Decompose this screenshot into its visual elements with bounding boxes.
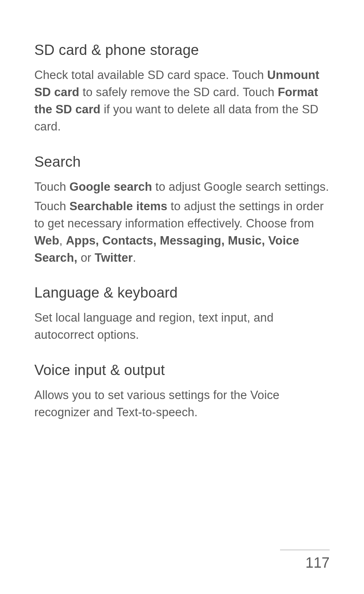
body-paragraph: Allows you to set various settings for t… xyxy=(34,387,330,421)
text-run: or xyxy=(77,251,95,264)
bold-run: Twitter xyxy=(95,251,133,264)
section: Language & keyboardSet local language an… xyxy=(34,285,330,344)
page-number: 117 xyxy=(280,555,330,571)
section: SearchTouch Google search to adjust Goog… xyxy=(34,154,330,267)
bold-run: Web xyxy=(34,234,59,247)
text-run: to adjust Google search settings. xyxy=(152,180,329,193)
page-number-block: 117 xyxy=(280,550,330,571)
body-paragraph: Check total available SD card space. Tou… xyxy=(34,67,330,135)
section: Voice input & outputAllows you to set va… xyxy=(34,362,330,421)
body-paragraph: Touch Searchable items to adjust the set… xyxy=(34,198,330,267)
bold-run: Apps, Contacts, Messaging, Music, Voice … xyxy=(34,234,299,264)
text-run: to safely remove the SD card. Touch xyxy=(79,85,278,99)
bold-run: Searchable items xyxy=(69,200,168,213)
section: SD card & phone storageCheck total avail… xyxy=(34,42,330,135)
bold-run: Google search xyxy=(69,180,152,193)
section-heading: SD card & phone storage xyxy=(34,42,330,58)
section-heading: Language & keyboard xyxy=(34,285,330,301)
text-run: , xyxy=(59,234,66,247)
text-run: . xyxy=(133,251,136,264)
section-heading: Search xyxy=(34,154,330,170)
body-paragraph: Set local language and region, text inpu… xyxy=(34,309,330,344)
text-run: Allows you to set various settings for t… xyxy=(34,388,279,419)
section-heading: Voice input & output xyxy=(34,362,330,378)
body-paragraph: Touch Google search to adjust Google sea… xyxy=(34,179,330,196)
text-run: Check total available SD card space. Tou… xyxy=(34,68,267,82)
text-run: Touch xyxy=(34,180,69,193)
text-run: Set local language and region, text inpu… xyxy=(34,311,274,341)
page-number-rule xyxy=(280,550,330,550)
text-run: Touch xyxy=(34,200,69,213)
page-content: SD card & phone storageCheck total avail… xyxy=(0,0,364,421)
